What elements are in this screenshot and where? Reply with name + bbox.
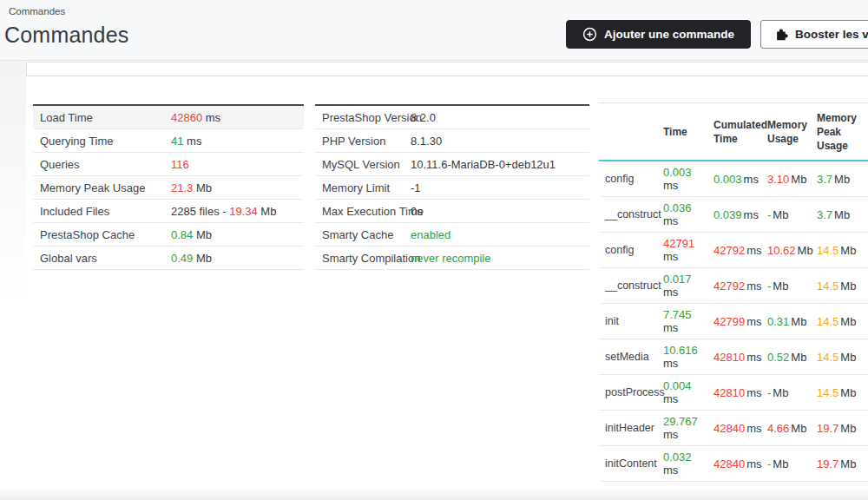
step-memory-peak-usage: 14.5Mb <box>817 280 868 293</box>
step-name: __construct <box>599 208 663 220</box>
step-name: initContent <box>599 457 663 470</box>
step-memory-usage: 0.31Mb <box>767 315 817 328</box>
step-cumulated-time: 42840ms <box>713 422 767 435</box>
table-row: Global vars 0.49 Mb <box>33 247 304 270</box>
step-time: 7.745ms <box>663 308 713 334</box>
step-cumulated-time: 42792ms <box>713 280 767 293</box>
env-label: PrestaShop Version <box>322 111 422 124</box>
env-value: enabled <box>411 228 450 241</box>
step-memory-usage: -Mb <box>767 386 817 399</box>
performance-summary-table: Load Time 42860 ms Querying Time 41 ms Q… <box>33 104 304 270</box>
table-row: Included Files 2285 files - 19.34 Mb <box>33 200 304 223</box>
env-value: 10.11.6-MariaDB-0+deb12u1 <box>411 158 556 171</box>
metric-value: 41 ms <box>171 135 201 148</box>
metric-value: 2285 files - 19.34 Mb <box>171 205 276 218</box>
env-label: MySQL Version <box>322 158 400 171</box>
step-cumulated-time: 0.003ms <box>713 173 767 186</box>
step-memory-peak-usage: 14.5Mb <box>817 386 868 399</box>
env-value: -1 <box>411 181 421 194</box>
boost-sales-label: Booster les ventes <box>795 28 868 41</box>
step-name: config <box>599 173 663 185</box>
step-name: __construct <box>599 280 663 292</box>
step-time: 0.017ms <box>663 273 713 299</box>
env-label: Memory Limit <box>322 181 390 194</box>
table-row: initContent 0.032ms 42840ms -Mb 19.7Mb <box>599 446 868 482</box>
step-time: 42791ms <box>663 237 713 263</box>
env-value: never recompile <box>411 252 491 265</box>
env-value: 8.1.30 <box>411 135 442 148</box>
col-header-memory-peak-usage: Memory Peak Usage <box>817 111 868 153</box>
content-left-gutter <box>0 61 26 500</box>
breadcrumb[interactable]: Commandes <box>9 6 65 16</box>
table-row: setMedia 10.616ms 42810ms 0.52Mb 14.5Mb <box>599 339 868 375</box>
step-memory-peak-usage: 19.7Mb <box>817 457 868 470</box>
metric-label: Included Files <box>40 205 109 218</box>
table-row: Load Time 42860 ms <box>33 106 304 129</box>
step-time: 0.032ms <box>663 451 713 477</box>
page-header: Commandes Commandes Ajouter une commande <box>0 0 868 61</box>
step-cumulated-time: 0.039ms <box>713 208 767 221</box>
step-memory-usage: 10.62Mb <box>767 244 817 257</box>
table-row: Memory Peak Usage 21.3 Mb <box>33 176 304 200</box>
step-memory-peak-usage: 3.7Mb <box>817 173 868 186</box>
metric-label: Querying Time <box>40 135 114 148</box>
table-row: MySQL Version 10.11.6-MariaDB-0+deb12u1 <box>315 153 589 176</box>
table-row: Queries 116 <box>33 153 304 176</box>
metric-value: 0.49 Mb <box>171 252 212 265</box>
step-cumulated-time: 42840ms <box>713 457 767 470</box>
step-name: config <box>599 244 663 256</box>
step-memory-peak-usage: 14.5Mb <box>817 244 868 257</box>
table-row: PrestaShop Version 8.2.0 <box>315 106 589 129</box>
step-time: 29.767ms <box>663 415 713 441</box>
environment-info-table: PrestaShop Version 8.2.0 PHP Version 8.1… <box>315 104 589 270</box>
table-row: Querying Time 41 ms <box>33 129 304 153</box>
metric-label: PrestaShop Cache <box>40 228 135 241</box>
toolbar-strip <box>26 62 868 76</box>
boost-sales-button[interactable]: Booster les ventes <box>760 20 868 49</box>
prestashop-orders-debug-page: Commandes Commandes Ajouter une commande <box>0 0 868 500</box>
table-row: config 0.003ms 0.003ms 3.10Mb 3.7Mb <box>599 161 868 197</box>
table-row: Smarty Cache enabled <box>315 223 589 247</box>
profiling-table-body: config 0.003ms 0.003ms 3.10Mb 3.7Mb __co… <box>599 161 868 482</box>
step-memory-usage: 0.52Mb <box>767 351 817 364</box>
metric-value: 116 <box>171 158 189 171</box>
table-row: Smarty Compilation never recompile <box>315 247 589 270</box>
step-name: initHeader <box>599 422 663 434</box>
table-row: postProcess 0.004ms 42810ms -Mb 14.5Mb <box>599 375 868 411</box>
step-name: init <box>599 315 663 327</box>
metric-value: 21.3 Mb <box>171 181 212 194</box>
metric-value: 0.84 Mb <box>171 228 212 241</box>
step-memory-usage: 4.66Mb <box>767 422 817 435</box>
step-memory-peak-usage: 14.5Mb <box>817 351 868 364</box>
step-cumulated-time: 42810ms <box>713 351 767 364</box>
col-header-cumulated-time: Cumulated Time <box>713 118 767 146</box>
env-label: Max Execution Time <box>322 205 424 218</box>
metric-label: Memory Peak Usage <box>40 181 145 194</box>
step-cumulated-time: 42810ms <box>713 386 767 399</box>
table-row: init 7.745ms 42799ms 0.31Mb 14.5Mb <box>599 304 868 339</box>
step-memory-usage: 3.10Mb <box>767 173 817 186</box>
col-header-time: Time <box>663 125 713 139</box>
step-name: setMedia <box>599 351 663 363</box>
metric-value: 42860 ms <box>171 111 220 124</box>
profiling-table: Time Cumulated Time Memory Usage Memory … <box>599 102 868 482</box>
step-memory-peak-usage: 3.7Mb <box>817 208 868 221</box>
table-row: Max Execution Time 0s <box>315 200 589 223</box>
table-row: __construct 0.036ms 0.039ms -Mb 3.7Mb <box>599 197 868 233</box>
table-row: __construct 0.017ms 42792ms -Mb 14.5Mb <box>599 268 868 304</box>
step-time: 10.616ms <box>663 344 713 370</box>
step-cumulated-time: 42792ms <box>713 244 767 257</box>
metric-label: Global vars <box>40 252 97 265</box>
step-memory-peak-usage: 19.7Mb <box>817 422 868 435</box>
plus-circle-icon <box>582 27 597 42</box>
step-time: 0.003ms <box>663 166 713 192</box>
add-order-button[interactable]: Ajouter une commande <box>566 20 751 49</box>
puzzle-icon <box>775 28 788 41</box>
profiling-table-header: Time Cumulated Time Memory Usage Memory … <box>599 103 868 161</box>
page-title: Commandes <box>4 23 129 48</box>
table-row: initHeader 29.767ms 42840ms 4.66Mb 19.7M… <box>599 411 868 446</box>
table-row: Memory Limit -1 <box>315 176 589 200</box>
env-label: Smarty Compilation <box>322 252 420 265</box>
step-name: postProcess <box>599 386 663 398</box>
env-value: 0s <box>411 205 423 218</box>
